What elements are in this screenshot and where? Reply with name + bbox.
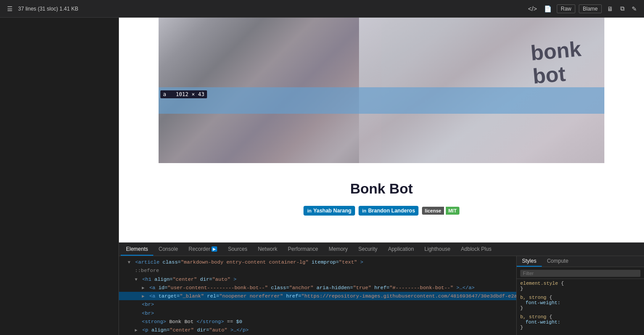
html-line-before[interactable]: ::before <box>119 266 516 275</box>
content-area: bonk bot a 1012 × 43 Bonk Bot in <box>119 18 644 335</box>
blue-stripe <box>159 87 604 114</box>
styles-panel: Styles Compute element.style { <box>516 256 644 335</box>
code-icon-button[interactable]: </> <box>526 4 539 14</box>
devtools-tabs-bar: Elements Console Recorder ▶ Sources Netw… <box>119 243 644 256</box>
tab-application[interactable]: Application <box>383 243 419 256</box>
styles-filter-container <box>517 267 644 279</box>
styles-tabs-bar: Styles Compute <box>517 256 644 267</box>
badge-yashab[interactable]: in Yashab Narang <box>303 206 355 216</box>
tab-recorder[interactable]: Recorder ▶ <box>183 243 222 256</box>
license-label: license <box>422 207 444 215</box>
tab-network[interactable]: Network <box>252 243 282 256</box>
bonk-banner-image: bonk bot a 1012 × 43 <box>159 18 604 163</box>
anchor1-arrow: ▶ <box>142 285 146 291</box>
html-line-br2[interactable]: <br> <box>119 309 516 317</box>
recorder-badge: ▶ <box>211 246 217 252</box>
tab-elements[interactable]: Elements <box>121 243 153 256</box>
file-info: 37 lines (31 sloc) 1.41 KB <box>18 6 78 12</box>
linkedin-icon-2: in <box>362 208 366 213</box>
raw-button[interactable]: Raw <box>557 4 575 13</box>
tooltip-size: 1012 × 43 <box>176 91 204 97</box>
style-rule-selector-2: b, strong { <box>520 295 640 300</box>
license-value: MIT <box>446 207 459 215</box>
tab-styles[interactable]: Styles <box>517 256 542 267</box>
repo-title: Bonk Bot <box>214 181 549 197</box>
tab-security[interactable]: Security <box>353 243 383 256</box>
bonk-text-line2: bot <box>532 60 584 88</box>
style-rule-element: element.style { } <box>520 281 640 291</box>
desktop-icon-button[interactable]: 🖥 <box>605 4 615 14</box>
style-rule-close-3: } <box>520 325 640 330</box>
html-line-p[interactable]: ▶ <p align="center" dir="auto" >…</p> <box>119 326 516 334</box>
file-icon-button[interactable]: 📄 <box>542 4 553 14</box>
collapse-arrow: ▼ <box>128 259 132 266</box>
banner-image-container: bonk bot a 1012 × 43 <box>159 18 604 163</box>
edit-icon-button[interactable]: ✎ <box>630 4 639 14</box>
p-arrow: ▶ <box>135 327 139 334</box>
bonk-text-overlay: bonk bot <box>529 37 584 88</box>
main-area: bonk bot a 1012 × 43 Bonk Bot in <box>0 18 644 335</box>
style-rule-selector-1: element.style { <box>520 281 640 286</box>
devtools-content: ▼ <article class="markdown-body entry-co… <box>119 256 644 335</box>
toolbar-left: ☰ 37 lines (31 sloc) 1.41 KB <box>5 4 523 14</box>
sidebar <box>0 18 119 335</box>
preview-text-content: Bonk Bot in Yashab Narang in Brandon Lan… <box>205 163 558 233</box>
tab-lighthouse[interactable]: Lighthouse <box>419 243 456 256</box>
file-toolbar: ☰ 37 lines (31 sloc) 1.41 KB </> 📄 Raw B… <box>0 0 644 18</box>
html-line-strong[interactable]: <strong> Bonk Bot </strong> == $0 <box>119 317 516 326</box>
style-rule-strong-2: b, strong { font-weight: } <box>520 314 640 330</box>
tooltip-tag: a <box>163 91 166 97</box>
html-line-h1[interactable]: ▼ <h1 align="center" dir="auto" > <box>119 275 516 283</box>
styles-content: element.style { } b, strong { <box>517 279 644 335</box>
preview-pane: bonk bot a 1012 × 43 Bonk Bot in <box>119 18 644 242</box>
h1-collapse-arrow: ▼ <box>135 276 139 283</box>
styles-filter-input[interactable] <box>520 270 640 277</box>
style-rule-selector-3: b, strong { <box>520 314 640 320</box>
style-rule-close-1: } <box>520 286 640 291</box>
badge-brandon-text: Brandon Landeros <box>368 208 415 214</box>
linkedin-icon-1: in <box>307 208 311 213</box>
badges-container: in Yashab Narang in Brandon Landeros lic… <box>214 206 549 216</box>
tab-performance[interactable]: Performance <box>282 243 323 256</box>
tab-memory[interactable]: Memory <box>323 243 353 256</box>
html-line-anchor1[interactable]: ▶ <a id="user-content---------bonk-bot--… <box>119 283 516 292</box>
badge-license: license MIT <box>422 206 459 216</box>
html-line-br1[interactable]: <br> <box>119 300 516 309</box>
list-icon-button[interactable]: ☰ <box>5 4 15 14</box>
tab-computed[interactable]: Compute <box>542 256 574 267</box>
style-rule-prop-1: font-weight: <box>520 300 640 305</box>
style-rule-prop-2: font-weight: <box>520 320 640 325</box>
tab-adblock[interactable]: Adblock Plus <box>455 243 496 256</box>
blame-button[interactable]: Blame <box>579 4 602 13</box>
html-line-article[interactable]: ▼ <article class="markdown-body entry-co… <box>119 258 516 266</box>
devtools-panel: Elements Console Recorder ▶ Sources Netw… <box>119 242 644 335</box>
badge-brandon[interactable]: in Brandon Landeros <box>359 206 418 216</box>
tab-console[interactable]: Console <box>153 243 183 256</box>
html-line-anchor2[interactable]: ▶ <a target="_blank" rel="noopener noref… <box>119 292 516 300</box>
style-rule-strong: b, strong { font-weight: } <box>520 295 640 311</box>
badge-yashab-text: Yashab Narang <box>313 208 352 214</box>
copy-icon-button[interactable]: ⧉ <box>618 3 626 14</box>
element-size-tooltip: a 1012 × 43 <box>160 90 207 98</box>
bonk-text-line1: bonk <box>529 37 582 65</box>
style-rule-close-2: } <box>520 305 640 311</box>
toolbar-right: </> 📄 Raw Blame 🖥 ⧉ ✎ <box>526 3 639 14</box>
anchor2-arrow: ▶ <box>142 293 146 300</box>
tab-sources[interactable]: Sources <box>222 243 252 256</box>
html-tree: ▼ <article class="markdown-body entry-co… <box>119 256 516 335</box>
